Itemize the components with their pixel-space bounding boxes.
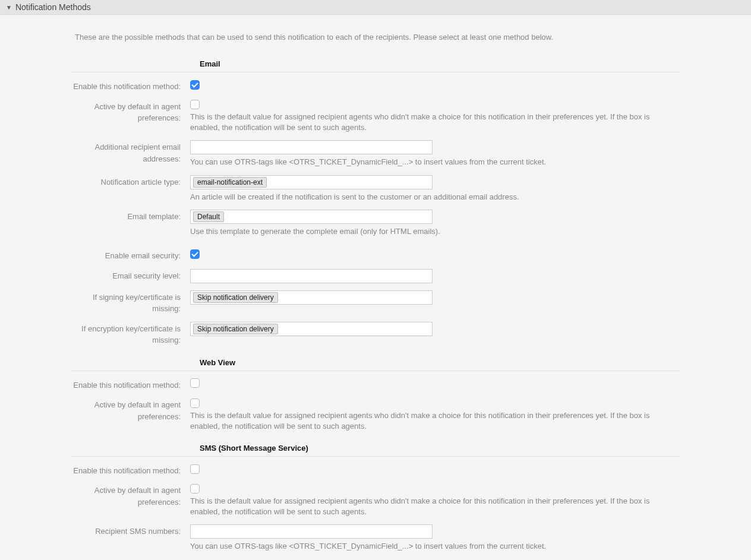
- webview-active-default-label: Active by default in agent preferences:: [71, 398, 190, 422]
- email-article-type-value: email-notification-ext: [193, 177, 267, 188]
- webview-active-default-checkbox[interactable]: [190, 398, 200, 408]
- email-security-enable-checkbox[interactable]: [190, 249, 200, 259]
- section-header-bar[interactable]: ▼ Notification Methods: [0, 0, 751, 15]
- sms-section-title: SMS (Short Message Service): [200, 444, 680, 453]
- email-security-enable-label: Enable email security:: [71, 249, 190, 262]
- email-article-type-help: An article will be created if the notifi…: [190, 192, 665, 203]
- email-section-title: Email: [200, 59, 680, 68]
- sms-recipient-numbers-label: Recipient SMS numbers:: [71, 524, 190, 537]
- email-encryption-missing-value: Skip notification delivery: [193, 324, 278, 334]
- email-template-label: Email template:: [71, 210, 190, 223]
- webview-enable-label: Enable this notification method:: [71, 378, 190, 391]
- email-active-default-label: Active by default in agent preferences:: [71, 100, 190, 124]
- intro-text: These are the possible methods that can …: [75, 33, 680, 42]
- email-additional-recipients-input[interactable]: [190, 140, 433, 154]
- webview-enable-checkbox[interactable]: [190, 378, 200, 388]
- content-area: These are the possible methods that can …: [0, 15, 751, 560]
- divider: [71, 456, 680, 457]
- sms-recipient-numbers-input[interactable]: [190, 524, 433, 539]
- email-additional-recipients-label: Additional recipient email addresses:: [71, 140, 190, 164]
- sms-active-default-checkbox[interactable]: [190, 484, 200, 493]
- collapse-icon: ▼: [6, 4, 12, 11]
- email-additional-recipients-help: You can use OTRS-tags like <OTRS_TICKET_…: [190, 157, 665, 167]
- webview-active-default-help: This is the default value for assigned r…: [190, 410, 665, 432]
- email-security-level-label: Email security level:: [71, 269, 190, 282]
- email-signing-missing-select[interactable]: Skip notification delivery: [190, 290, 433, 305]
- email-security-level-select[interactable]: [190, 269, 433, 283]
- email-enable-label: Enable this notification method:: [71, 80, 190, 93]
- email-encryption-missing-label: If encryption key/certificate is missing…: [71, 322, 190, 346]
- webview-section-title: Web View: [200, 358, 680, 367]
- section-title: Notification Methods: [15, 2, 91, 12]
- email-active-default-checkbox[interactable]: [190, 100, 200, 109]
- email-encryption-missing-select[interactable]: Skip notification delivery: [190, 322, 433, 336]
- email-signing-missing-label: If signing key/certificate is missing:: [71, 290, 190, 315]
- sms-enable-checkbox[interactable]: [190, 464, 200, 474]
- divider: [71, 72, 680, 72]
- email-article-type-label: Notification article type:: [71, 175, 190, 188]
- email-signing-missing-value: Skip notification delivery: [193, 292, 278, 303]
- divider: [71, 371, 680, 371]
- email-template-select[interactable]: Default: [190, 210, 433, 224]
- email-template-value: Default: [193, 211, 224, 222]
- email-enable-checkbox[interactable]: [190, 80, 200, 90]
- sms-enable-label: Enable this notification method:: [71, 464, 190, 477]
- sms-recipient-numbers-help: You can use OTRS-tags like <OTRS_TICKET_…: [190, 541, 665, 552]
- sms-active-default-label: Active by default in agent preferences:: [71, 483, 190, 508]
- email-template-help: Use this template to generate the comple…: [190, 226, 665, 237]
- email-article-type-select[interactable]: email-notification-ext: [190, 175, 433, 189]
- email-active-default-help: This is the default value for assigned r…: [190, 112, 665, 133]
- sms-active-default-help: This is the default value for assigned r…: [190, 496, 665, 517]
